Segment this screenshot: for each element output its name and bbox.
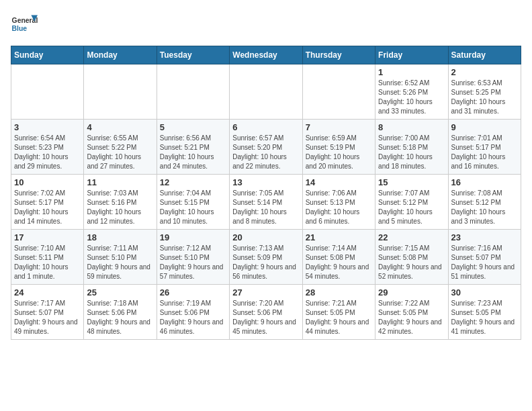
day-number: 26 (160, 287, 226, 298)
calendar-cell: 30Sunrise: 7:23 AMSunset: 5:05 PMDayligh… (448, 285, 521, 340)
calendar-cell: 26Sunrise: 7:19 AMSunset: 5:06 PMDayligh… (157, 285, 229, 340)
day-info: Sunrise: 6:59 AMSunset: 5:19 PMDaylight:… (306, 134, 372, 171)
day-info: Sunrise: 7:11 AMSunset: 5:10 PMDaylight:… (87, 244, 153, 281)
day-number: 29 (378, 287, 445, 298)
weekday-header-saturday: Saturday (448, 46, 521, 64)
day-info: Sunrise: 6:56 AMSunset: 5:21 PMDaylight:… (160, 134, 226, 171)
day-number: 5 (160, 122, 226, 132)
day-number: 6 (232, 122, 299, 132)
day-number: 3 (14, 122, 81, 132)
calendar-cell: 24Sunrise: 7:17 AMSunset: 5:07 PMDayligh… (11, 285, 84, 340)
day-info: Sunrise: 7:20 AMSunset: 5:06 PMDaylight:… (232, 299, 299, 336)
calendar-cell: 4Sunrise: 6:55 AMSunset: 5:22 PMDaylight… (84, 120, 157, 175)
day-info: Sunrise: 7:18 AMSunset: 5:06 PMDaylight:… (87, 299, 153, 336)
calendar-cell: 3Sunrise: 6:54 AMSunset: 5:23 PMDaylight… (11, 120, 84, 175)
calendar-cell (302, 64, 375, 120)
day-number: 30 (451, 287, 518, 298)
calendar-cell: 2Sunrise: 6:53 AMSunset: 5:25 PMDaylight… (448, 64, 521, 120)
day-info: Sunrise: 6:55 AMSunset: 5:22 PMDaylight:… (87, 134, 153, 171)
calendar-cell: 23Sunrise: 7:16 AMSunset: 5:07 PMDayligh… (448, 230, 521, 285)
calendar-cell (157, 64, 229, 120)
calendar-cell: 22Sunrise: 7:15 AMSunset: 5:08 PMDayligh… (375, 230, 448, 285)
calendar-cell (84, 64, 157, 120)
day-info: Sunrise: 7:21 AMSunset: 5:05 PMDaylight:… (306, 299, 372, 336)
day-info: Sunrise: 7:04 AMSunset: 5:15 PMDaylight:… (160, 189, 226, 226)
day-number: 14 (306, 177, 372, 187)
calendar-cell: 7Sunrise: 6:59 AMSunset: 5:19 PMDaylight… (302, 120, 375, 175)
day-number: 1 (378, 67, 445, 77)
day-info: Sunrise: 7:23 AMSunset: 5:05 PMDaylight:… (451, 299, 518, 336)
week-row-2: 3Sunrise: 6:54 AMSunset: 5:23 PMDaylight… (11, 120, 521, 175)
calendar-cell: 1Sunrise: 6:52 AMSunset: 5:26 PMDaylight… (375, 64, 448, 120)
day-info: Sunrise: 7:02 AMSunset: 5:17 PMDaylight:… (14, 189, 81, 226)
calendar-cell: 9Sunrise: 7:01 AMSunset: 5:17 PMDaylight… (448, 120, 521, 175)
calendar-cell: 29Sunrise: 7:22 AMSunset: 5:05 PMDayligh… (375, 285, 448, 340)
day-number: 9 (451, 122, 518, 132)
weekday-header-tuesday: Tuesday (157, 46, 229, 64)
calendar-cell: 18Sunrise: 7:11 AMSunset: 5:10 PMDayligh… (84, 230, 157, 285)
day-info: Sunrise: 6:57 AMSunset: 5:20 PMDaylight:… (232, 134, 299, 171)
day-info: Sunrise: 7:19 AMSunset: 5:06 PMDaylight:… (160, 299, 226, 336)
calendar-cell: 10Sunrise: 7:02 AMSunset: 5:17 PMDayligh… (11, 175, 84, 230)
calendar-cell: 11Sunrise: 7:03 AMSunset: 5:16 PMDayligh… (84, 175, 157, 230)
svg-text:Blue: Blue (12, 25, 28, 32)
calendar-cell (230, 64, 302, 120)
day-number: 16 (451, 177, 518, 187)
day-number: 24 (14, 287, 81, 298)
calendar-cell: 20Sunrise: 7:13 AMSunset: 5:09 PMDayligh… (230, 230, 302, 285)
week-row-1: 1Sunrise: 6:52 AMSunset: 5:26 PMDaylight… (11, 64, 521, 120)
logo: General Blue (11, 11, 40, 38)
day-info: Sunrise: 7:06 AMSunset: 5:13 PMDaylight:… (306, 189, 372, 226)
day-number: 10 (14, 177, 81, 187)
weekday-header-wednesday: Wednesday (230, 46, 302, 64)
day-number: 27 (232, 287, 299, 298)
day-info: Sunrise: 7:14 AMSunset: 5:08 PMDaylight:… (306, 244, 372, 281)
day-info: Sunrise: 7:10 AMSunset: 5:11 PMDaylight:… (14, 244, 81, 281)
day-info: Sunrise: 7:12 AMSunset: 5:10 PMDaylight:… (160, 244, 226, 281)
day-number: 28 (306, 287, 372, 298)
day-number: 22 (378, 232, 445, 242)
day-number: 20 (232, 232, 299, 242)
day-info: Sunrise: 7:00 AMSunset: 5:18 PMDaylight:… (378, 134, 445, 171)
week-row-5: 24Sunrise: 7:17 AMSunset: 5:07 PMDayligh… (11, 285, 521, 340)
day-info: Sunrise: 7:08 AMSunset: 5:12 PMDaylight:… (451, 189, 518, 226)
calendar-cell: 8Sunrise: 7:00 AMSunset: 5:18 PMDaylight… (375, 120, 448, 175)
page-header: General Blue (11, 11, 521, 38)
day-number: 23 (451, 232, 518, 242)
day-info: Sunrise: 7:13 AMSunset: 5:09 PMDaylight:… (232, 244, 299, 281)
day-info: Sunrise: 6:54 AMSunset: 5:23 PMDaylight:… (14, 134, 81, 171)
calendar-cell: 19Sunrise: 7:12 AMSunset: 5:10 PMDayligh… (157, 230, 229, 285)
weekday-header-sunday: Sunday (11, 46, 84, 64)
day-info: Sunrise: 7:01 AMSunset: 5:17 PMDaylight:… (451, 134, 518, 171)
calendar-cell: 21Sunrise: 7:14 AMSunset: 5:08 PMDayligh… (302, 230, 375, 285)
day-number: 17 (14, 232, 81, 242)
day-info: Sunrise: 7:05 AMSunset: 5:14 PMDaylight:… (232, 189, 299, 226)
day-number: 12 (160, 177, 226, 187)
calendar-table: SundayMondayTuesdayWednesdayThursdayFrid… (11, 46, 521, 340)
week-row-3: 10Sunrise: 7:02 AMSunset: 5:17 PMDayligh… (11, 175, 521, 230)
weekday-header-friday: Friday (375, 46, 448, 64)
day-info: Sunrise: 7:16 AMSunset: 5:07 PMDaylight:… (451, 244, 518, 281)
calendar-cell: 27Sunrise: 7:20 AMSunset: 5:06 PMDayligh… (230, 285, 302, 340)
day-number: 25 (87, 287, 153, 298)
calendar-cell: 5Sunrise: 6:56 AMSunset: 5:21 PMDaylight… (157, 120, 229, 175)
day-info: Sunrise: 6:52 AMSunset: 5:26 PMDaylight:… (378, 79, 445, 116)
day-number: 15 (378, 177, 445, 187)
calendar-cell: 12Sunrise: 7:04 AMSunset: 5:15 PMDayligh… (157, 175, 229, 230)
day-number: 18 (87, 232, 153, 242)
day-info: Sunrise: 7:17 AMSunset: 5:07 PMDaylight:… (14, 299, 81, 336)
calendar-cell: 6Sunrise: 6:57 AMSunset: 5:20 PMDaylight… (230, 120, 302, 175)
day-number: 8 (378, 122, 445, 132)
day-number: 4 (87, 122, 153, 132)
day-info: Sunrise: 6:53 AMSunset: 5:25 PMDaylight:… (451, 79, 518, 116)
calendar-cell: 16Sunrise: 7:08 AMSunset: 5:12 PMDayligh… (448, 175, 521, 230)
day-number: 19 (160, 232, 226, 242)
calendar-cell: 28Sunrise: 7:21 AMSunset: 5:05 PMDayligh… (302, 285, 375, 340)
day-info: Sunrise: 7:03 AMSunset: 5:16 PMDaylight:… (87, 189, 153, 226)
day-info: Sunrise: 7:07 AMSunset: 5:12 PMDaylight:… (378, 189, 445, 226)
calendar-cell: 13Sunrise: 7:05 AMSunset: 5:14 PMDayligh… (230, 175, 302, 230)
day-info: Sunrise: 7:15 AMSunset: 5:08 PMDaylight:… (378, 244, 445, 281)
day-number: 7 (306, 122, 372, 132)
weekday-header-thursday: Thursday (302, 46, 375, 64)
logo-icon: General Blue (11, 11, 38, 38)
